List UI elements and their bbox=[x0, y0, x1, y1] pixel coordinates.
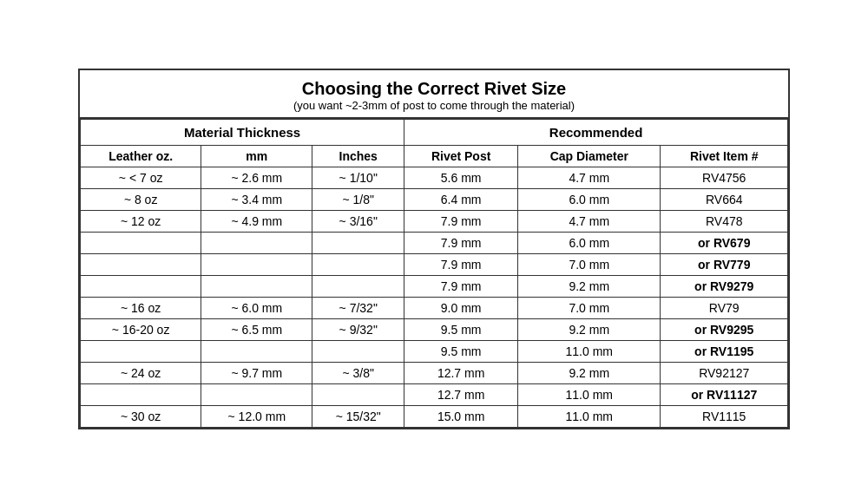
table-cell: RV478 bbox=[661, 211, 788, 233]
table-cell: or RV679 bbox=[661, 233, 788, 254]
title-section: Choosing the Correct Rivet Size (you wan… bbox=[80, 70, 788, 119]
table-cell: ~ 12 oz bbox=[81, 211, 201, 233]
table-cell: 7.9 mm bbox=[404, 233, 518, 254]
table-cell: ~ 6.5 mm bbox=[201, 319, 312, 341]
table-cell: ~ 9/32" bbox=[312, 319, 404, 341]
table-cell: 9.5 mm bbox=[404, 341, 518, 363]
table-cell: or RV779 bbox=[661, 254, 788, 276]
table-cell bbox=[201, 233, 312, 254]
table-cell: RV4756 bbox=[661, 167, 788, 189]
table-cell bbox=[201, 254, 312, 276]
table-cell: 11.0 mm bbox=[518, 341, 661, 363]
table-cell: ~ 1/10" bbox=[312, 167, 404, 189]
table-cell: 11.0 mm bbox=[518, 406, 661, 428]
table-cell: 9.2 mm bbox=[518, 319, 661, 341]
table-cell: 7.9 mm bbox=[404, 276, 518, 298]
table-cell: 6.4 mm bbox=[404, 189, 518, 211]
table-cell: ~ 3.4 mm bbox=[201, 189, 312, 211]
table-cell bbox=[201, 341, 312, 363]
table-row: ~ < 7 oz~ 2.6 mm~ 1/10"5.6 mm4.7 mmRV475… bbox=[81, 167, 788, 189]
table-cell: ~ 3/16" bbox=[312, 211, 404, 233]
table-cell: ~ 3/8" bbox=[312, 363, 404, 384]
table-row: ~ 30 oz~ 12.0 mm~ 15/32"15.0 mm11.0 mmRV… bbox=[81, 406, 788, 428]
table-cell: 7.9 mm bbox=[404, 211, 518, 233]
table-row: ~ 24 oz~ 9.7 mm~ 3/8"12.7 mm9.2 mmRV9212… bbox=[81, 363, 788, 384]
table-cell: or RV9295 bbox=[661, 319, 788, 341]
col-rivet-post: Rivet Post bbox=[404, 146, 518, 167]
table-cell: ~ 16 oz bbox=[81, 298, 201, 319]
table-row: ~ 16-20 oz~ 6.5 mm~ 9/32"9.5 mm9.2 mmor … bbox=[81, 319, 788, 341]
table-cell: 6.0 mm bbox=[518, 189, 661, 211]
rivet-table: Material Thickness Recommended Leather o… bbox=[80, 119, 788, 428]
table-cell: ~ 6.0 mm bbox=[201, 298, 312, 319]
table-cell: 7.9 mm bbox=[404, 254, 518, 276]
main-container: Choosing the Correct Rivet Size (you wan… bbox=[78, 69, 790, 429]
table-cell: ~ 12.0 mm bbox=[201, 406, 312, 428]
table-cell bbox=[201, 384, 312, 406]
table-cell: ~ 16-20 oz bbox=[81, 319, 201, 341]
table-row: 7.9 mm6.0 mmor RV679 bbox=[81, 233, 788, 254]
table-cell: 4.7 mm bbox=[518, 167, 661, 189]
table-cell: or RV11127 bbox=[661, 384, 788, 406]
main-title: Choosing the Correct Rivet Size bbox=[87, 79, 781, 99]
table-cell: ~ 9.7 mm bbox=[201, 363, 312, 384]
table-row: ~ 16 oz~ 6.0 mm~ 7/32"9.0 mm7.0 mmRV79 bbox=[81, 298, 788, 319]
table-cell: ~ 15/32" bbox=[312, 406, 404, 428]
table-cell bbox=[312, 276, 404, 298]
table-row: ~ 8 oz~ 3.4 mm~ 1/8"6.4 mm6.0 mmRV664 bbox=[81, 189, 788, 211]
table-cell: 5.6 mm bbox=[404, 167, 518, 189]
table-row: 12.7 mm11.0 mmor RV11127 bbox=[81, 384, 788, 406]
material-thickness-header: Material Thickness bbox=[81, 120, 404, 146]
table-cell: ~ 7/32" bbox=[312, 298, 404, 319]
table-cell: ~ 8 oz bbox=[81, 189, 201, 211]
table-row: 9.5 mm11.0 mmor RV1195 bbox=[81, 341, 788, 363]
table-cell bbox=[201, 276, 312, 298]
table-row: 7.9 mm7.0 mmor RV779 bbox=[81, 254, 788, 276]
recommended-header: Recommended bbox=[404, 120, 788, 146]
table-cell: 6.0 mm bbox=[518, 233, 661, 254]
table-cell: 9.2 mm bbox=[518, 363, 661, 384]
table-cell: ~ < 7 oz bbox=[81, 167, 201, 189]
table-cell: 7.0 mm bbox=[518, 254, 661, 276]
table-cell: ~ 4.9 mm bbox=[201, 211, 312, 233]
table-cell bbox=[81, 254, 201, 276]
table-cell: 15.0 mm bbox=[404, 406, 518, 428]
table-cell: RV1115 bbox=[661, 406, 788, 428]
table-cell: RV664 bbox=[661, 189, 788, 211]
table-cell: 4.7 mm bbox=[518, 211, 661, 233]
table-cell: 9.2 mm bbox=[518, 276, 661, 298]
col-leather-oz: Leather oz. bbox=[81, 146, 201, 167]
table-cell bbox=[312, 254, 404, 276]
col-rivet-item: Rivet Item # bbox=[661, 146, 788, 167]
table-cell bbox=[81, 233, 201, 254]
table-cell: ~ 2.6 mm bbox=[201, 167, 312, 189]
table-cell: RV92127 bbox=[661, 363, 788, 384]
table-cell: ~ 1/8" bbox=[312, 189, 404, 211]
table-cell bbox=[81, 276, 201, 298]
col-mm: mm bbox=[201, 146, 312, 167]
table-cell bbox=[312, 384, 404, 406]
table-cell: 12.7 mm bbox=[404, 363, 518, 384]
table-cell: 11.0 mm bbox=[518, 384, 661, 406]
table-row: 7.9 mm9.2 mmor RV9279 bbox=[81, 276, 788, 298]
table-cell: 9.0 mm bbox=[404, 298, 518, 319]
table-cell: 7.0 mm bbox=[518, 298, 661, 319]
table-cell: ~ 24 oz bbox=[81, 363, 201, 384]
table-cell: or RV1195 bbox=[661, 341, 788, 363]
subtitle: (you want ~2-3mm of post to come through… bbox=[87, 99, 781, 112]
col-cap-diameter: Cap Diameter bbox=[518, 146, 661, 167]
table-row: ~ 12 oz~ 4.9 mm~ 3/16"7.9 mm4.7 mmRV478 bbox=[81, 211, 788, 233]
table-cell bbox=[81, 384, 201, 406]
col-header-row: Leather oz. mm Inches Rivet Post Cap Dia… bbox=[81, 146, 788, 167]
table-cell: 12.7 mm bbox=[404, 384, 518, 406]
table-cell: ~ 30 oz bbox=[81, 406, 201, 428]
table-cell bbox=[312, 341, 404, 363]
table-cell: 9.5 mm bbox=[404, 319, 518, 341]
table-cell bbox=[81, 341, 201, 363]
table-cell bbox=[312, 233, 404, 254]
table-cell: or RV9279 bbox=[661, 276, 788, 298]
group-header-row: Material Thickness Recommended bbox=[81, 120, 788, 146]
col-inches: Inches bbox=[312, 146, 404, 167]
table-cell: RV79 bbox=[661, 298, 788, 319]
